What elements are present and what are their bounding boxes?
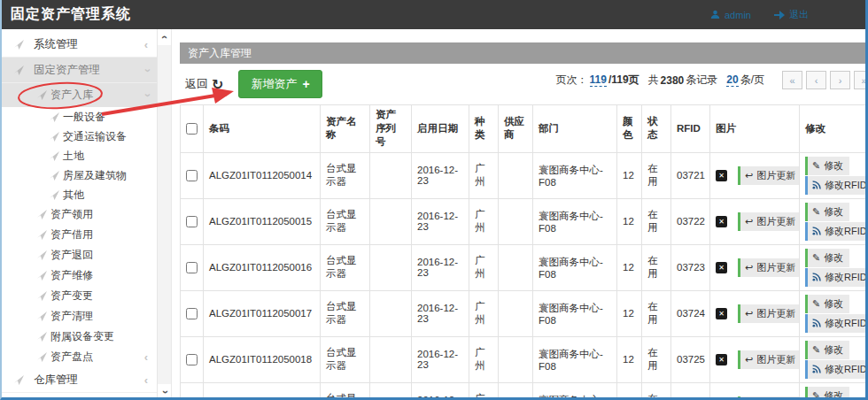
image-update-button[interactable]: ↩ 图片更新	[738, 258, 800, 277]
image-update-button[interactable]: ↩ 图片更新	[738, 166, 800, 185]
cell-rfid: 03722	[671, 198, 710, 244]
sidebar-item-12[interactable]: 资产变更	[2, 286, 157, 306]
main-content: 资产入库管理 返回 ↻ 新增资产 + 页次： 119 /119页 共 2380	[172, 29, 868, 400]
back-button[interactable]: 返回 ↻	[185, 76, 223, 93]
sidebar-item-16[interactable]: 仓库管理 ‹	[2, 367, 157, 393]
row-checkbox[interactable]	[186, 216, 198, 227]
panel-title: 资产入库管理	[180, 42, 868, 64]
cell-color: 12	[617, 290, 642, 336]
cell-start-date: 2016-12-23	[412, 244, 469, 290]
nav-dart-icon	[35, 90, 48, 100]
sidebar-item-14[interactable]: 附属设备变更	[2, 327, 157, 347]
nav-dart-icon	[35, 352, 48, 362]
modify-button[interactable]: ✎ 修改	[805, 203, 849, 221]
sidebar-item-3[interactable]: 一般设备	[2, 107, 157, 127]
sidebar-item-1[interactable]: 固定资产管理 ‹	[2, 58, 157, 83]
cell-start-date: 2016-12-23	[412, 336, 469, 382]
cell-supplier	[499, 336, 533, 382]
sidebar-item-11[interactable]: 资产维修	[2, 265, 157, 286]
select-all-checkbox[interactable]	[186, 123, 198, 135]
image-update-button[interactable]: ↩ 图片更新	[738, 350, 800, 369]
user-icon	[710, 10, 720, 19]
broken-image-icon: ✕	[716, 170, 727, 181]
modify-rfid-button[interactable]: 修改RFID	[805, 222, 868, 241]
cell-category: 广州	[469, 198, 499, 244]
first-page-button[interactable]: «	[782, 71, 802, 89]
cell-asset-name: 台式显示器	[321, 198, 370, 244]
cell-category: 广州	[469, 290, 499, 336]
sidebar-item-2[interactable]: 资产入库 ‹	[2, 83, 157, 107]
user-label: admin	[725, 10, 751, 20]
add-asset-button[interactable]: 新增资产 +	[238, 70, 322, 98]
cell-status: 在用	[642, 198, 671, 244]
cell-asset-name: 台式显示器	[321, 336, 370, 382]
cell-department: 寰图商务中心-F08	[533, 336, 617, 382]
modify-rfid-button[interactable]: 修改RFID	[805, 360, 868, 379]
records-count: 2380	[661, 74, 685, 87]
sidebar-item-10[interactable]: 资产退回	[2, 245, 157, 265]
cell-status: 在用	[642, 152, 671, 198]
table-row: ALGZ01IT0112050017 台式显示器 2016-12-23 广州 寰…	[181, 290, 868, 336]
cell-serial	[370, 244, 412, 290]
cell-category: 广州	[469, 152, 499, 198]
sidebar-scrollbar[interactable]: ‹ ‹	[157, 29, 171, 400]
table-row: ALGZ01IT0112050016 台式显示器 2016-12-23 广州 寰…	[181, 244, 868, 290]
nav-dart-icon	[48, 190, 60, 200]
sidebar-item-0[interactable]: 系统管理 ‹	[2, 32, 157, 58]
sidebar-item-13[interactable]: 资产清理	[2, 306, 157, 327]
edit-icon: ✎	[812, 160, 820, 172]
scroll-up-icon[interactable]: ‹	[158, 29, 171, 45]
sidebar-item-7[interactable]: 其他	[2, 185, 157, 204]
chevron-icon: ‹	[144, 373, 148, 387]
modify-rfid-button[interactable]: 修改RFID	[805, 268, 868, 287]
scroll-down-icon[interactable]: ‹	[158, 384, 171, 400]
col-start-date: 启用日期	[412, 105, 469, 153]
col-serial: 资产序列号	[370, 105, 412, 153]
modify-button[interactable]: ✎ 修改	[805, 341, 849, 359]
modify-button[interactable]: ✎ 修改	[805, 387, 849, 400]
row-checkbox[interactable]	[186, 262, 198, 273]
cell-rfid: 03723	[671, 244, 710, 290]
sidebar-item-15[interactable]: 资产盘点 ‹	[2, 347, 157, 367]
image-update-button[interactable]: ↩ 图片更新	[738, 396, 800, 400]
current-page-link[interactable]: 119	[590, 73, 607, 87]
row-checkbox[interactable]	[186, 170, 198, 181]
reply-icon: ↩	[745, 262, 753, 273]
sidebar-item-5[interactable]: 土地	[2, 146, 157, 165]
logout-link[interactable]: 退出	[774, 8, 809, 21]
next-page-button[interactable]: ›	[830, 71, 850, 89]
sidebar-item-9[interactable]: 资产借用	[2, 225, 157, 245]
cell-department: 寰图商务中心-F08	[533, 152, 617, 198]
row-checkbox[interactable]	[186, 354, 198, 365]
cell-barcode: ALGZ01IT0112050016	[204, 244, 321, 290]
sidebar-item-8[interactable]: 资产领用	[2, 204, 157, 225]
last-page-button[interactable]: »	[854, 71, 868, 89]
row-checkbox[interactable]	[186, 308, 198, 319]
cell-status: 在用	[642, 244, 671, 290]
image-update-button[interactable]: ↩ 图片更新	[738, 304, 800, 323]
records-prefix: 共	[648, 73, 659, 88]
col-barcode: 条码	[204, 105, 321, 153]
sidebar-item-4[interactable]: 交通运输设备	[2, 127, 157, 146]
rfid-signal-icon	[812, 273, 821, 281]
modify-button[interactable]: ✎ 修改	[805, 295, 849, 313]
cell-department: 寰图商务中心-F08	[533, 382, 617, 400]
sidebar-item-6[interactable]: 房屋及建筑物	[2, 165, 157, 185]
cell-asset-name: 台式显示器	[321, 244, 370, 290]
prev-page-button[interactable]: ‹	[806, 71, 826, 89]
modify-rfid-button[interactable]: 修改RFID	[805, 176, 868, 195]
user-link[interactable]: admin	[710, 10, 751, 20]
cell-serial	[370, 152, 412, 198]
modify-button[interactable]: ✎ 修改	[805, 249, 849, 267]
sidebar: 系统管理 ‹ 固定资产管理 ‹ 资产入库 ‹ 一般设备 交通运输设备 土地	[2, 29, 172, 400]
page-size-link[interactable]: 20	[726, 73, 738, 87]
cell-rfid: 03726	[671, 382, 710, 400]
nav-dart-icon	[48, 171, 60, 181]
cell-start-date: 2016-12-23	[412, 152, 469, 198]
modify-button[interactable]: ✎ 修改	[805, 157, 849, 175]
col-image: 图片	[710, 105, 800, 153]
cell-start-date: 2016-12-23	[412, 382, 469, 400]
modify-rfid-button[interactable]: 修改RFID	[805, 314, 868, 333]
image-update-button[interactable]: ↩ 图片更新	[738, 212, 800, 231]
top-header-bar: 固定资产管理系统 admin 退出	[2, 0, 865, 29]
